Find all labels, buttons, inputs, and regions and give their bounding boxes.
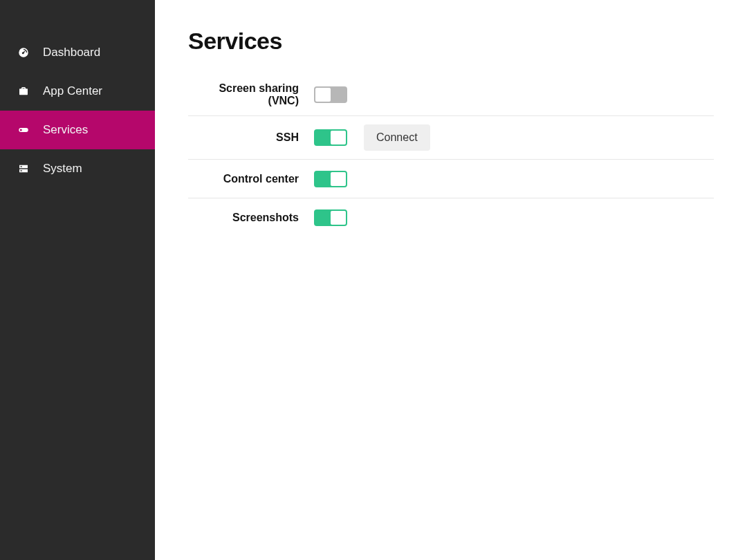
service-row-ssh: SSH Connect bbox=[188, 116, 714, 160]
service-row-vnc: Screen sharing (VNC) bbox=[188, 74, 714, 116]
briefcase-icon bbox=[17, 84, 30, 98]
service-row-screenshots: Screenshots bbox=[188, 198, 714, 237]
toggle-ssh[interactable] bbox=[314, 129, 347, 146]
toggle-knob bbox=[331, 211, 346, 225]
toggle-screenshots[interactable] bbox=[314, 209, 347, 226]
service-label: Screen sharing (VNC) bbox=[188, 82, 314, 107]
toggle-knob bbox=[315, 88, 331, 102]
sidebar-item-label: Dashboard bbox=[43, 46, 100, 59]
main-content: Services Screen sharing (VNC) SSH Connec… bbox=[155, 0, 747, 560]
sidebar: Dashboard App Center Services System bbox=[0, 0, 155, 560]
sidebar-item-dashboard[interactable]: Dashboard bbox=[0, 33, 155, 72]
server-icon bbox=[17, 162, 30, 176]
services-list: Screen sharing (VNC) SSH Connect Control… bbox=[188, 74, 714, 237]
toggle-icon bbox=[17, 123, 30, 137]
toggle-vnc[interactable] bbox=[314, 86, 347, 103]
page-title: Services bbox=[188, 28, 714, 55]
sidebar-item-services[interactable]: Services bbox=[0, 111, 155, 149]
toggle-knob bbox=[331, 131, 346, 144]
gauge-icon bbox=[17, 46, 30, 59]
toggle-control-center[interactable] bbox=[314, 171, 347, 187]
service-label: Control center bbox=[188, 173, 314, 185]
service-row-control-center: Control center bbox=[188, 160, 714, 198]
service-actions: Connect bbox=[364, 124, 430, 151]
sidebar-item-system[interactable]: System bbox=[0, 149, 155, 188]
service-label: SSH bbox=[188, 131, 314, 144]
sidebar-item-label: System bbox=[43, 162, 82, 176]
sidebar-item-label: Services bbox=[43, 123, 88, 137]
service-label: Screenshots bbox=[188, 212, 314, 224]
sidebar-item-label: App Center bbox=[43, 84, 102, 98]
toggle-knob bbox=[331, 172, 346, 186]
connect-button[interactable]: Connect bbox=[364, 124, 430, 151]
sidebar-item-app-center[interactable]: App Center bbox=[0, 72, 155, 111]
